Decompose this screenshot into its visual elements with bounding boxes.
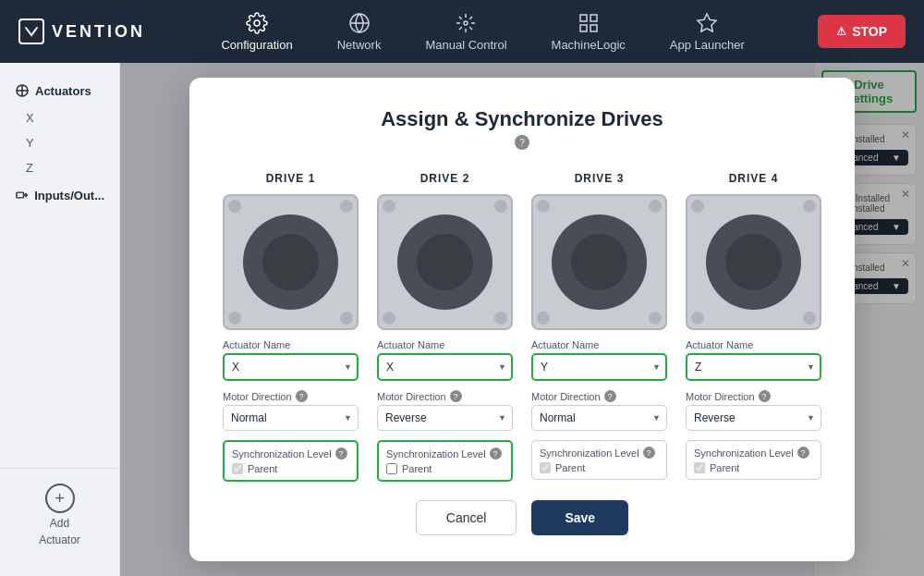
corner-tl-2 (383, 200, 395, 213)
add-actuator-label: Add (50, 517, 69, 530)
direction-info-icon-3: ? (604, 390, 616, 402)
drive-2-sync-checkbox: Parent (386, 463, 504, 474)
drive-body-3 (552, 214, 647, 310)
drive-2-title: DRIVE 2 (377, 172, 513, 185)
drive-2-actuator-select-wrapper: XYZ (377, 353, 513, 381)
drive-1-title: DRIVE 1 (223, 172, 359, 185)
topnav: VENTION Configuration Network (0, 0, 924, 63)
drive-4-direction-wrapper: Motor Direction ? NormalReverse (686, 390, 821, 431)
drive-inner-3 (571, 234, 628, 291)
svg-rect-5 (590, 15, 597, 21)
drive-2-actuator-label-wrapper: Actuator Name XYZ (377, 339, 513, 381)
nav-label-app-launcher: App Launcher (670, 38, 745, 52)
logo-icon (18, 18, 44, 44)
drive-3-actuator-label-wrapper: Actuator Name XYZ (531, 339, 667, 381)
main-content: Actuators X Y Z Inputs/Out... + Add Actu… (0, 63, 924, 576)
nav-item-app-launcher[interactable]: App Launcher (648, 5, 767, 59)
drive-3-direction-wrapper: Motor Direction ? NormalReverse (531, 390, 667, 431)
drive-4-direction-label: Motor Direction ? (686, 390, 821, 402)
direction-info-icon-4: ? (759, 390, 771, 402)
drive-2-direction-select-wrapper: NormalReverse (377, 405, 513, 431)
drive-3-direction-select[interactable]: NormalReverse (531, 405, 667, 431)
drive-2-actuator-label: Actuator Name (377, 339, 513, 350)
corner-tl (228, 200, 241, 213)
svg-rect-4 (580, 15, 587, 21)
drive-3-parent-checkbox[interactable] (540, 462, 551, 473)
drive-2-sync-box: Synchronization Level ? Parent (377, 440, 513, 482)
svg-point-0 (254, 20, 260, 26)
drive-1-direction-wrapper: Motor Direction ? NormalReverse (223, 390, 359, 431)
stop-icon: ⚠ (836, 25, 846, 38)
sync-info-icon-2: ? (490, 447, 502, 460)
drive-3-sync-label: Synchronization Level ? (540, 447, 659, 459)
drive-3-actuator-label: Actuator Name (531, 339, 667, 350)
sidebar-item-x[interactable]: X (0, 107, 119, 129)
corner-tr-4 (803, 200, 816, 213)
drive-inner-2 (417, 234, 474, 291)
drive-4-actuator-select[interactable]: XYZ (686, 353, 821, 381)
drive-4-actuator-label: Actuator Name (686, 339, 821, 350)
corner-br-2 (494, 312, 507, 325)
corner-bl-2 (383, 312, 395, 325)
drive-col-4: DRIVE 4 Actuator Name (686, 172, 821, 482)
drive-3-direction-select-wrapper: NormalReverse (531, 405, 667, 431)
nav-item-machine-logic[interactable]: MachineLogic (529, 5, 648, 59)
svg-rect-7 (580, 25, 587, 31)
corner-br-3 (649, 312, 662, 325)
svg-rect-11 (17, 192, 24, 198)
right-panel: Drive Settings ✕ rake Installed Advanced… (120, 63, 924, 576)
drive-1-direction-label: Motor Direction ? (223, 390, 359, 402)
drive-3-sync-checkbox: Parent (540, 462, 659, 473)
drive-2-sync-label: Synchronization Level ? (386, 447, 504, 460)
drive-4-direction-select-wrapper: NormalReverse (686, 405, 821, 431)
drive-1-sync-checkbox: Parent (232, 463, 349, 474)
direction-info-icon-2: ? (450, 390, 462, 402)
save-button[interactable]: Save (531, 500, 628, 535)
drive-1-actuator-label: Actuator Name (223, 339, 359, 350)
drive-3-direction-label: Motor Direction ? (531, 390, 667, 402)
drive-4-direction-select[interactable]: NormalReverse (686, 405, 821, 431)
drive-inner-4 (725, 234, 783, 291)
drive-1-sync-label: Synchronization Level ? (232, 447, 349, 460)
drive-2-actuator-select[interactable]: XYZ (377, 353, 513, 381)
drive-3-parent-label: Parent (555, 462, 585, 473)
cancel-button[interactable]: Cancel (416, 500, 517, 535)
corner-tl-3 (537, 200, 550, 213)
drive-col-1: DRIVE 1 Actuator Name (223, 172, 359, 482)
nav-label-network: Network (337, 38, 382, 52)
drive-4-sync-label: Synchronization Level ? (694, 447, 813, 459)
drive-inner (262, 234, 320, 291)
drive-2-parent-checkbox[interactable] (386, 463, 397, 474)
drive-4-image (686, 194, 821, 330)
drive-4-sync-checkbox: Parent (694, 462, 813, 473)
drive-1-direction-select[interactable]: NormalReverse (223, 405, 359, 431)
modal-subtitle: ? (223, 135, 821, 150)
drive-1-actuator-label-wrapper: Actuator Name XYZ (223, 339, 359, 381)
corner-bl-3 (537, 312, 550, 325)
drive-4-parent-checkbox[interactable] (694, 462, 705, 473)
drive-1-parent-label: Parent (248, 463, 277, 474)
drive-3-title: DRIVE 3 (531, 172, 667, 185)
drive-3-actuator-select[interactable]: XYZ (531, 353, 667, 381)
sidebar-item-y[interactable]: Y (0, 132, 119, 153)
corner-bl (228, 312, 241, 325)
drive-3-actuator-select-wrapper: XYZ (531, 353, 667, 381)
drive-1-parent-checkbox[interactable] (232, 463, 243, 474)
nav-item-configuration[interactable]: Configuration (199, 5, 314, 59)
nav-item-manual-control[interactable]: Manual Control (403, 5, 529, 59)
nav-label-configuration: Configuration (221, 38, 292, 52)
drive-2-image (377, 194, 513, 330)
sidebar-section-actuators: Actuators (0, 78, 119, 104)
sidebar-item-z[interactable]: Z (0, 157, 119, 178)
inputs-label: Inputs/Out... (34, 189, 104, 202)
stop-button[interactable]: ⚠ STOP (818, 15, 906, 48)
nav-item-network[interactable]: Network (315, 5, 404, 59)
add-actuator-button[interactable]: + Add Actuator (15, 484, 104, 546)
modal-title: Assign & Synchronize Drives (223, 107, 821, 131)
drive-2-direction-select[interactable]: NormalReverse (377, 405, 513, 431)
drive-body (243, 214, 338, 310)
modal-overlay: Assign & Synchronize Drives ? DRIVE 1 (120, 63, 924, 576)
drive-1-image (223, 194, 359, 330)
drive-1-actuator-select[interactable]: XYZ (223, 353, 359, 381)
sync-info-icon-1: ? (335, 447, 347, 460)
